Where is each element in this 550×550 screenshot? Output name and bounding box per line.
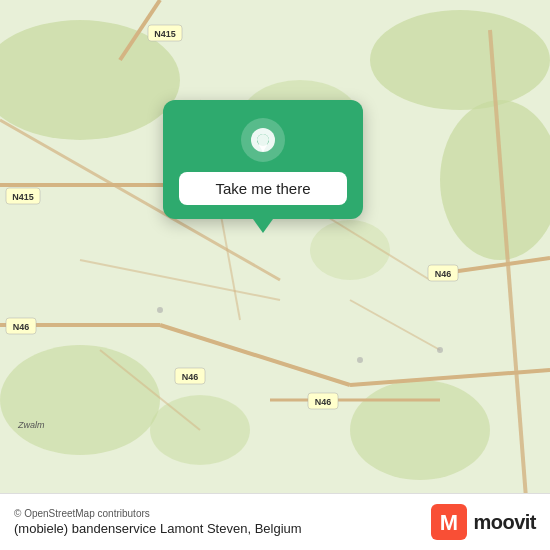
svg-point-36	[157, 307, 163, 313]
svg-point-2	[370, 10, 550, 110]
bottom-bar: © OpenStreetMap contributors (mobiele) b…	[0, 493, 550, 550]
map-background: N415 N415 N46 N46 N46 N46 Zwalm	[0, 0, 550, 550]
place-name: (mobiele) bandenservice Lamont Steven, B…	[14, 521, 302, 536]
bottom-bar-info: © OpenStreetMap contributors (mobiele) b…	[14, 508, 302, 536]
moovit-logo: M moovit	[431, 504, 536, 540]
svg-point-37	[357, 357, 363, 363]
location-pin-icon	[241, 118, 285, 162]
svg-text:N46: N46	[315, 397, 332, 407]
svg-text:N415: N415	[12, 192, 34, 202]
location-popup: Take me there	[163, 100, 363, 219]
svg-text:N46: N46	[182, 372, 199, 382]
svg-text:N46: N46	[13, 322, 30, 332]
svg-text:N415: N415	[154, 29, 176, 39]
svg-point-5	[0, 345, 160, 455]
take-me-there-button[interactable]: Take me there	[179, 172, 347, 205]
svg-point-4	[350, 380, 490, 480]
svg-text:Zwalm: Zwalm	[17, 420, 45, 430]
moovit-text: moovit	[473, 511, 536, 534]
map-container: N415 N415 N46 N46 N46 N46 Zwalm	[0, 0, 550, 550]
svg-text:M: M	[440, 510, 458, 535]
svg-point-8	[310, 220, 390, 280]
svg-point-38	[437, 347, 443, 353]
moovit-icon: M	[431, 504, 467, 540]
svg-text:N46: N46	[435, 269, 452, 279]
copyright-text: © OpenStreetMap contributors	[14, 508, 302, 519]
